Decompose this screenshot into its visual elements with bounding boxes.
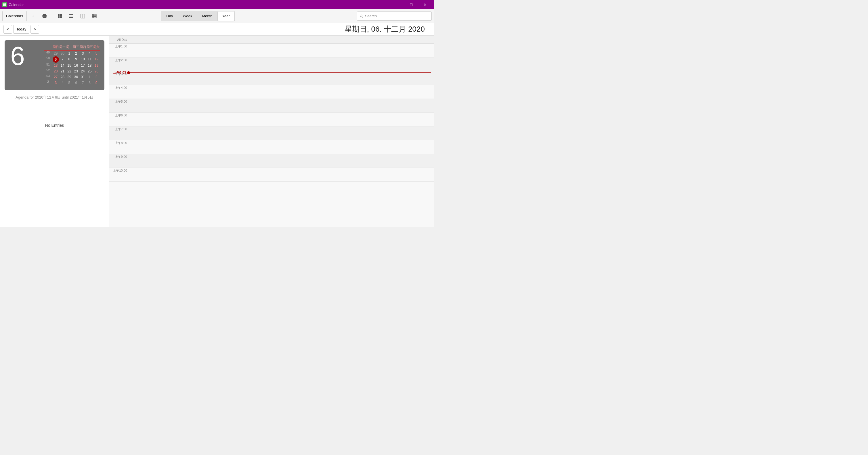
cal-cell[interactable]: 5 <box>93 51 100 56</box>
cal-cell[interactable]: 19 <box>93 63 100 68</box>
list-view-button[interactable] <box>66 11 76 21</box>
cal-cell[interactable]: 15 <box>66 63 73 68</box>
year-view-button[interactable]: Year <box>218 11 235 21</box>
cal-cell[interactable]: 12 <box>93 56 100 63</box>
cal-cell[interactable]: 20 <box>52 68 59 74</box>
cal-cell[interactable]: 5 <box>66 80 73 86</box>
week-col-header <box>44 45 52 49</box>
cal-cell[interactable]: 29 <box>66 74 73 80</box>
all-day-row: All Day <box>109 36 434 44</box>
cal-cell[interactable]: 31 <box>80 74 86 80</box>
cal-cell[interactable]: 13 <box>52 63 59 68</box>
cal-cell[interactable]: 16 <box>73 63 80 68</box>
view-selector: Day Week Month Year <box>161 11 235 21</box>
today-button[interactable]: Today <box>13 25 30 34</box>
cal-cell[interactable]: 23 <box>73 68 80 74</box>
cal-cell[interactable]: 25 <box>86 68 93 74</box>
calendars-button[interactable]: Calendars <box>2 11 27 21</box>
cal-cell[interactable]: 10 <box>80 56 86 63</box>
week-num: 52 <box>44 68 52 74</box>
week-num: 53 <box>44 74 52 80</box>
time-label-5: 上午5:00 <box>109 99 129 112</box>
svg-rect-1 <box>3 3 6 4</box>
week-num: 49 <box>44 51 52 56</box>
cal-cell[interactable]: 30 <box>59 51 66 56</box>
current-date: 星期日, 06. 十二月 2020 <box>345 24 431 34</box>
svg-rect-9 <box>60 14 62 16</box>
svg-rect-8 <box>58 14 60 16</box>
cal-cell[interactable]: 2 <box>73 51 80 56</box>
cal-cell[interactable]: 6 <box>73 80 80 86</box>
mon-header: 周一 <box>59 45 66 49</box>
mini-cal-day: 6 <box>10 43 25 69</box>
time-row-6: 上午6:00 <box>109 113 434 127</box>
cal-cell[interactable]: 8 <box>86 80 93 86</box>
mini-cal-header: 周日 周一 周二 周三 周四 周五 周六 <box>44 45 100 49</box>
search-box[interactable] <box>357 11 432 21</box>
print-button[interactable] <box>39 11 50 21</box>
cal-cell[interactable]: 4 <box>86 51 93 56</box>
cal-cell[interactable]: 3 <box>80 51 86 56</box>
cal-cell[interactable]: 9 <box>93 80 100 86</box>
grid-view-button[interactable] <box>55 11 65 21</box>
cal-cell[interactable]: 30 <box>73 74 80 80</box>
cal-cell[interactable]: 7 <box>80 80 86 86</box>
left-panel: 6 周日 周一 周二 周三 周四 周五 周六 49 29 30 1 <box>0 36 109 227</box>
time-label-7: 上午7:00 <box>109 127 129 140</box>
week-num: 50 <box>44 56 52 63</box>
minimize-button[interactable]: — <box>391 0 404 9</box>
current-time-line <box>130 72 431 73</box>
cal-week-52: 52 20 21 22 23 24 25 26 <box>44 68 100 74</box>
next-button[interactable]: > <box>30 25 39 34</box>
split-view-button[interactable] <box>78 11 88 21</box>
svg-rect-4 <box>43 14 46 16</box>
svg-rect-10 <box>58 17 60 18</box>
navbar: < Today > 星期日, 06. 十二月 2020 <box>0 23 434 36</box>
cal-cell[interactable]: 1 <box>86 74 93 80</box>
time-row-5: 上午5:00 <box>109 99 434 113</box>
cal-cell[interactable]: 21 <box>59 68 66 74</box>
time-row-8: 上午8:00 <box>109 140 434 154</box>
day-view-button[interactable]: Day <box>162 11 178 21</box>
cal-cell[interactable]: 4 <box>59 80 66 86</box>
cal-cell[interactable]: 14 <box>59 63 66 68</box>
time-grid[interactable]: 上午1:00 上午2:00 上午3:03 上午3:00 <box>109 44 434 227</box>
prev-button[interactable]: < <box>3 25 12 34</box>
svg-rect-14 <box>69 17 73 18</box>
cal-cell[interactable]: 3 <box>52 80 59 86</box>
current-time-label: 上午3:03 <box>109 70 127 75</box>
week-view-button[interactable]: Week <box>178 11 197 21</box>
week-num: 2 <box>44 80 52 86</box>
cal-cell[interactable]: 9 <box>73 56 80 63</box>
close-button[interactable]: ✕ <box>418 0 432 9</box>
cal-cell-today[interactable]: 6 <box>53 56 59 63</box>
window-controls: — □ ✕ <box>391 0 432 9</box>
app-icon <box>2 2 7 7</box>
calendar-view-button[interactable] <box>89 11 99 21</box>
cal-week-50: 50 6 7 8 9 10 11 12 <box>44 56 100 63</box>
search-input[interactable] <box>365 14 429 18</box>
app-title: Calendar <box>9 3 24 7</box>
sat-header: 周六 <box>93 45 100 49</box>
cal-cell[interactable]: 26 <box>93 68 100 74</box>
cal-cell[interactable]: 22 <box>66 68 73 74</box>
cal-week-51: 51 13 14 15 16 17 18 19 <box>44 63 100 68</box>
svg-point-7 <box>45 16 46 17</box>
cal-cell[interactable]: 7 <box>59 56 66 63</box>
cal-cell[interactable]: 11 <box>86 56 93 63</box>
search-icon <box>360 14 363 18</box>
maximize-button[interactable]: □ <box>405 0 418 9</box>
cal-cell[interactable]: 2 <box>93 74 100 80</box>
cal-cell[interactable]: 28 <box>59 74 66 80</box>
cal-cell[interactable]: 1 <box>66 51 73 56</box>
add-button[interactable]: + <box>28 11 38 21</box>
cal-cell[interactable]: 8 <box>66 56 73 63</box>
time-row-10: 上午10:00 <box>109 168 434 182</box>
cal-cell[interactable]: 27 <box>52 74 59 80</box>
month-view-button[interactable]: Month <box>197 11 217 21</box>
cal-cell[interactable]: 24 <box>80 68 86 74</box>
cal-cell[interactable]: 17 <box>80 63 86 68</box>
thu-header: 周四 <box>80 45 86 49</box>
cal-cell[interactable]: 18 <box>86 63 93 68</box>
cal-cell[interactable]: 29 <box>52 51 59 56</box>
